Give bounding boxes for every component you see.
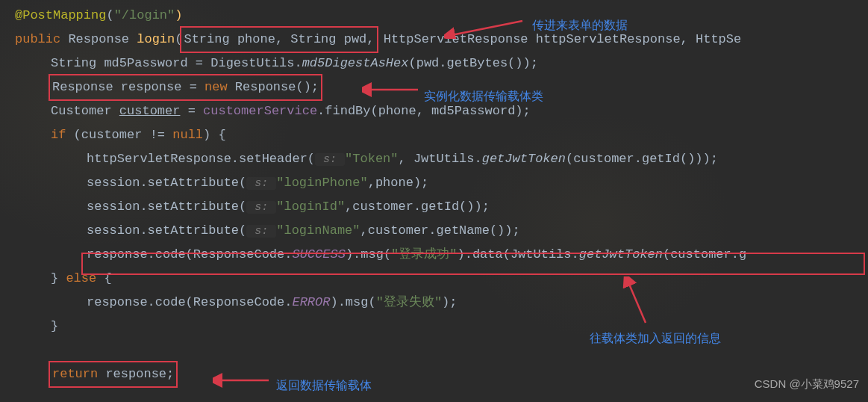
code-text: (customer.g xyxy=(663,247,746,262)
code-text: ).msg( xyxy=(346,247,391,262)
code-text: , JwtUtils. xyxy=(399,152,482,166)
code-text: ).data(JwtUtils. xyxy=(458,247,579,262)
string-literal: "Token" xyxy=(345,152,398,166)
param-hint: s: xyxy=(246,201,276,214)
code-text: ,customer.getName()); xyxy=(360,223,519,238)
code-line: } xyxy=(15,315,868,338)
annotation-token: @PostMapping xyxy=(15,8,106,22)
static-method: getJwtToken xyxy=(579,247,663,262)
code-text: ); xyxy=(442,295,457,309)
code-text: ( xyxy=(66,128,81,142)
constant-error: ERROR xyxy=(292,295,330,309)
code-line-blank xyxy=(15,338,868,362)
brace: } xyxy=(51,271,66,285)
code-editor[interactable]: @PostMapping("/login") public Response l… xyxy=(15,4,868,386)
keyword-new: new xyxy=(204,80,228,94)
constant-success: SUCCESS xyxy=(292,247,345,262)
code-text: String md5Password = DigestUtils. xyxy=(51,56,302,70)
arrow-icon xyxy=(362,81,422,99)
code-text: ) { xyxy=(203,128,226,142)
variable-customer: customer xyxy=(119,104,181,118)
code-line: httpServletResponse.setHeader( s: "Token… xyxy=(15,147,868,171)
keyword-return: return xyxy=(52,367,98,381)
highlight-box-response: Response response = new Response(); xyxy=(49,74,322,101)
paren-open: ( xyxy=(106,8,113,22)
code-line: public Response login(String phone, Stri… xyxy=(15,28,868,52)
code-text: Response(); xyxy=(228,80,319,94)
param-hint: s: xyxy=(246,177,276,190)
code-text: (customer.getId())); xyxy=(566,152,718,166)
svg-line-1 xyxy=(452,21,522,35)
code-line: response.code(ResponseCode.SUCCESS).msg(… xyxy=(15,243,868,267)
watermark: CSDN @小菜鸡9527 xyxy=(755,372,859,396)
keyword-null: null xyxy=(172,128,203,142)
code-line: return response; xyxy=(15,362,868,386)
code-text: session.setAttribute( xyxy=(87,176,246,190)
code-line: } else { xyxy=(15,267,868,291)
code-line: session.setAttribute( s: "loginName",cus… xyxy=(15,219,868,243)
brace: } xyxy=(51,319,58,333)
svg-line-5 xyxy=(628,282,646,323)
annotation-label-2: 实例化数据传输载体类 xyxy=(424,84,543,108)
code-text: response.code(ResponseCode. xyxy=(87,247,292,262)
param-hint: s: xyxy=(315,153,345,166)
static-method: getJwtToken xyxy=(482,152,566,166)
annotation-label-3: 往载体类加入返回的信息 xyxy=(590,327,721,350)
paren-close: ) xyxy=(175,8,182,22)
keyword-public: public xyxy=(15,32,60,46)
arrow-icon xyxy=(444,9,526,39)
code-line: session.setAttribute( s: "loginId",custo… xyxy=(15,195,868,219)
code-text: response.code(ResponseCode. xyxy=(87,295,292,309)
code-text: (pwd.getBytes()); xyxy=(408,56,537,70)
code-text: ,phone); xyxy=(368,176,429,190)
method-params: String phone, String pwd, xyxy=(184,32,374,46)
string-literal: "登录成功" xyxy=(391,247,457,262)
code-line: response.code(ResponseCode.ERROR).msg("登… xyxy=(15,291,868,315)
code-line: session.setAttribute( s: "loginPhone",ph… xyxy=(15,171,868,195)
param-hint: s: xyxy=(246,225,276,238)
code-text: Customer xyxy=(51,104,119,118)
string-literal: "loginName" xyxy=(276,223,360,238)
code-text: ).msg( xyxy=(330,295,375,309)
code-text: session.setAttribute( xyxy=(87,200,246,214)
method-name: login xyxy=(137,32,175,46)
code-text: = xyxy=(180,104,203,118)
code-text: Response response = xyxy=(52,80,204,94)
string-literal: "loginPhone" xyxy=(276,176,367,190)
static-method: md5DigestAsHex xyxy=(302,56,409,70)
arrow-icon xyxy=(213,371,272,389)
annotation-label-4: 返回数据传输载体 xyxy=(276,374,372,398)
type-token: Response xyxy=(60,32,137,46)
brace: { xyxy=(96,271,111,285)
keyword-if: if xyxy=(51,128,66,142)
code-text: httpServletResponse.setHeader( xyxy=(87,152,315,166)
field-ref: customerService xyxy=(203,104,317,118)
code-line: if (customer != null) { xyxy=(15,123,868,147)
code-text: customer != xyxy=(81,128,172,142)
code-line: String md5Password = DigestUtils.md5Dige… xyxy=(15,52,868,75)
string-literal: "/login" xyxy=(114,8,175,22)
string-literal: "登录失败" xyxy=(376,295,442,309)
keyword-else: else xyxy=(66,271,96,285)
highlight-box-return: return response; xyxy=(49,361,178,388)
annotation-label-1: 传进来表单的数据 xyxy=(532,13,628,37)
arrow-icon xyxy=(619,276,664,329)
code-text: ,customer.getId()); xyxy=(345,200,490,214)
code-text: response; xyxy=(98,367,174,381)
string-literal: "loginId" xyxy=(276,200,345,214)
code-line: @PostMapping("/login") xyxy=(15,4,868,28)
code-text: session.setAttribute( xyxy=(87,223,246,238)
highlight-box-params: String phone, String pwd, xyxy=(180,26,378,53)
